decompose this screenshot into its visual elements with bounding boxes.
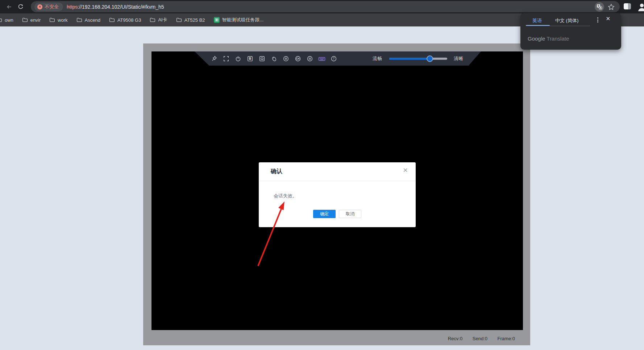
folder-icon bbox=[109, 17, 115, 23]
bookmark-label: own bbox=[5, 17, 13, 23]
not-secure-icon: × bbox=[37, 4, 42, 9]
browser-toolbar: × 不安全 https://192.168.204.102/UI/Static/… bbox=[0, 0, 644, 13]
address-bar[interactable]: × 不安全 https://192.168.204.102/UI/Static/… bbox=[31, 1, 620, 12]
sheets-icon bbox=[214, 17, 220, 23]
folder-icon bbox=[22, 17, 28, 23]
translate-brand: Google Translate bbox=[528, 36, 569, 42]
dialog-title: 确认 bbox=[271, 168, 282, 175]
bookmark-item[interactable]: work bbox=[49, 17, 67, 23]
bookmark-label: AT525 B2 bbox=[184, 17, 205, 23]
profile-avatar[interactable] bbox=[637, 2, 644, 12]
power-icon[interactable] bbox=[234, 55, 242, 62]
slider-knob[interactable] bbox=[427, 55, 433, 62]
record-icon[interactable] bbox=[258, 55, 266, 62]
send-counter: Send:0 bbox=[473, 336, 487, 341]
folder-icon bbox=[49, 17, 55, 23]
cancel-button[interactable]: 取消 bbox=[339, 210, 361, 218]
b-key-icon[interactable]: B bbox=[246, 55, 254, 62]
translate-popup: 英语 中文 (简体) × Google Translate bbox=[520, 13, 621, 50]
bookmark-item[interactable]: AI卡 bbox=[150, 17, 167, 23]
bookmark-item[interactable]: envir bbox=[22, 17, 41, 23]
bookmark-label: AT9508 G3 bbox=[117, 17, 141, 23]
bookmark-label: 智能测试组任务跟... bbox=[222, 17, 264, 23]
bookmark-label: work bbox=[58, 17, 67, 23]
svg-text:?: ? bbox=[333, 57, 335, 61]
kvm-toolbar: B bbox=[195, 51, 481, 66]
close-icon[interactable]: × bbox=[403, 166, 408, 174]
mouse-icon[interactable] bbox=[270, 55, 278, 62]
bookmark-item[interactable]: Ascend bbox=[76, 17, 100, 23]
bookmark-item[interactable]: 智能测试组任务跟... bbox=[214, 17, 264, 23]
folder-icon bbox=[150, 17, 155, 23]
folder-icon bbox=[0, 17, 2, 23]
brand-translate: Translate bbox=[545, 36, 569, 42]
more-options-icon[interactable] bbox=[594, 16, 601, 24]
bookmark-item[interactable]: AT9508 G3 bbox=[109, 17, 141, 23]
bookmark-label: AI卡 bbox=[158, 17, 167, 23]
pin-icon[interactable] bbox=[211, 55, 218, 62]
folder-icon bbox=[76, 17, 82, 23]
slider-fill bbox=[389, 58, 430, 60]
keypad-icon[interactable] bbox=[306, 55, 313, 62]
svg-text:B: B bbox=[249, 57, 252, 61]
kvm-status-bar: Recv:0 Send:0 Frame:0 bbox=[143, 336, 523, 341]
tab-divider bbox=[526, 26, 590, 26]
url-text[interactable]: https://192.168.204.102/UI/Static/#/kvm_… bbox=[67, 4, 164, 10]
brand-google: Google bbox=[528, 36, 545, 42]
quality-slider-group: 流畅 清晰 bbox=[373, 51, 463, 66]
ok-button[interactable]: 确定 bbox=[313, 210, 336, 218]
translate-tab-source[interactable]: 英语 bbox=[532, 17, 542, 24]
security-badge-label: 不安全 bbox=[45, 4, 59, 10]
quality-slider[interactable] bbox=[389, 58, 447, 60]
url-rest: ://192.168.204.102/UI/Static/#/kvm_h5 bbox=[78, 4, 164, 10]
dialog-message: 会话失效。 bbox=[274, 193, 297, 199]
slider-left-label: 流畅 bbox=[373, 55, 382, 62]
translate-close-icon[interactable]: × bbox=[606, 14, 610, 23]
url-scheme: https bbox=[67, 4, 78, 10]
reload-icon[interactable] bbox=[16, 2, 25, 12]
side-panel-icon[interactable] bbox=[624, 3, 631, 9]
frame-counter: Frame:0 bbox=[498, 336, 515, 341]
disc-icon[interactable] bbox=[282, 55, 290, 62]
keyboard-icon[interactable] bbox=[318, 55, 325, 62]
translate-tab-target[interactable]: 中文 (简体) bbox=[555, 17, 578, 24]
security-chip[interactable]: × 不安全 bbox=[34, 3, 63, 11]
slider-right-label: 清晰 bbox=[454, 55, 463, 62]
confirm-dialog: 确认 × 会话失效。 确定 取消 bbox=[259, 162, 416, 227]
svg-text:A: A bbox=[599, 7, 601, 9]
bookmark-item[interactable]: AT525 B2 bbox=[176, 17, 205, 23]
dialog-header: 确认 × bbox=[259, 162, 416, 181]
bookmark-label: Ascend bbox=[85, 17, 100, 23]
video-icon[interactable] bbox=[294, 55, 302, 62]
recv-counter: Recv:0 bbox=[448, 336, 462, 341]
bookmark-item[interactable]: own bbox=[0, 17, 13, 23]
translate-icon[interactable]: 文 A bbox=[595, 2, 604, 12]
help-icon[interactable]: ? bbox=[330, 55, 337, 62]
bookmark-star-icon[interactable] bbox=[608, 4, 615, 11]
fullscreen-icon[interactable] bbox=[223, 55, 230, 62]
folder-icon bbox=[176, 17, 182, 23]
back-icon[interactable] bbox=[4, 2, 14, 12]
bookmark-label: envir bbox=[30, 17, 41, 23]
